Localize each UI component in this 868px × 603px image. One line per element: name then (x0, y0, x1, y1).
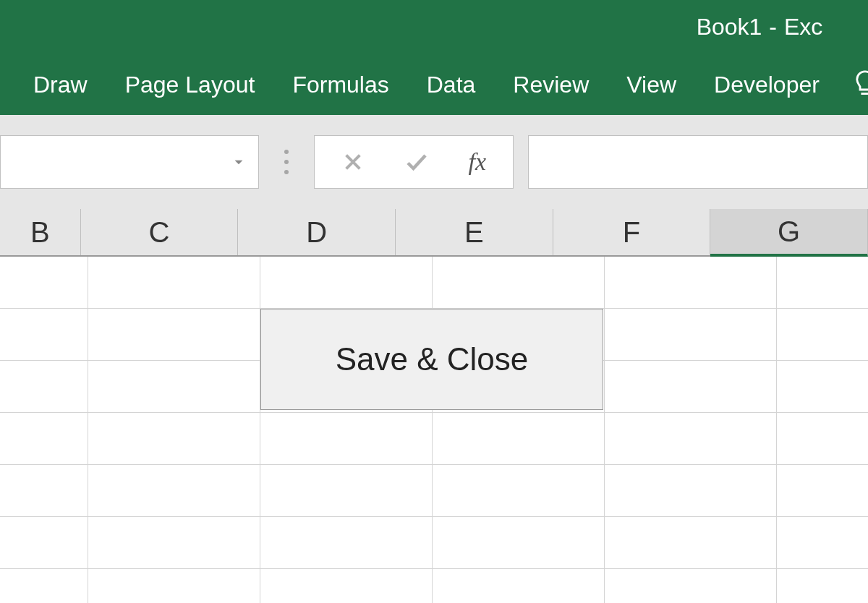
cell[interactable] (777, 361, 868, 413)
title-separator: - (769, 14, 777, 40)
chevron-down-icon[interactable] (229, 153, 248, 171)
workbook-name: Book1 (697, 14, 762, 40)
cell[interactable] (433, 517, 605, 569)
cancel-icon[interactable] (341, 150, 365, 174)
cell[interactable] (88, 257, 260, 309)
tab-developer[interactable]: Developer (695, 64, 838, 106)
column-header-d[interactable]: D (238, 209, 396, 255)
tab-draw[interactable]: Draw (14, 64, 106, 106)
cell[interactable] (88, 309, 260, 361)
name-box[interactable] (0, 135, 259, 189)
formula-input[interactable] (528, 135, 868, 189)
grid-row (0, 517, 868, 569)
cell[interactable] (605, 361, 777, 413)
ribbon-tabs: Draw Page Layout Formulas Data Review Vi… (0, 54, 868, 115)
grid-row (0, 413, 868, 465)
cell[interactable] (0, 569, 88, 603)
cell[interactable] (88, 465, 260, 517)
cell[interactable] (433, 465, 605, 517)
cell[interactable] (433, 257, 605, 309)
cell[interactable] (88, 361, 260, 413)
tab-formulas[interactable]: Formulas (273, 64, 407, 106)
save-and-close-label: Save & Close (336, 341, 529, 377)
cell[interactable] (777, 517, 868, 569)
cell[interactable] (88, 569, 260, 603)
tab-data[interactable]: Data (408, 64, 495, 106)
column-header-f[interactable]: F (553, 209, 711, 255)
cell[interactable] (777, 465, 868, 517)
cell[interactable] (0, 361, 88, 413)
cell[interactable] (777, 257, 868, 309)
tell-me[interactable]: T (838, 69, 868, 100)
tab-page-layout[interactable]: Page Layout (106, 64, 274, 106)
cell[interactable] (433, 413, 605, 465)
cell[interactable] (605, 517, 777, 569)
formula-controls: fx (314, 135, 514, 189)
enter-icon[interactable] (404, 149, 430, 175)
column-header-b[interactable]: B (0, 209, 81, 255)
cell[interactable] (777, 569, 868, 603)
cell[interactable] (0, 257, 88, 309)
cell[interactable] (88, 517, 260, 569)
cell[interactable] (605, 465, 777, 517)
cell[interactable] (0, 309, 88, 361)
spreadsheet-grid: Save & Close (0, 257, 868, 603)
drag-handle-icon[interactable] (273, 135, 299, 189)
cell[interactable] (605, 413, 777, 465)
cell[interactable] (260, 517, 433, 569)
cell[interactable] (777, 413, 868, 465)
cell[interactable] (0, 413, 88, 465)
save-and-close-button[interactable]: Save & Close (260, 309, 603, 410)
grid-row (0, 465, 868, 517)
cell[interactable] (0, 465, 88, 517)
tab-review[interactable]: Review (494, 64, 608, 106)
cell[interactable] (260, 257, 433, 309)
title-bar: Book1 - Exc (0, 0, 868, 54)
cell[interactable] (260, 413, 433, 465)
app-name: Exc (784, 14, 822, 40)
formula-bar: fx (0, 115, 868, 209)
cell[interactable] (605, 569, 777, 603)
cell[interactable] (260, 569, 433, 603)
column-header-g[interactable]: G (710, 209, 868, 257)
cell[interactable] (777, 309, 868, 361)
column-header-c[interactable]: C (81, 209, 239, 255)
tab-view[interactable]: View (608, 64, 695, 106)
grid-row (0, 569, 868, 603)
cell[interactable] (260, 465, 433, 517)
lightbulb-icon (853, 69, 868, 100)
grid-row (0, 257, 868, 309)
cell[interactable] (605, 257, 777, 309)
cell[interactable] (605, 309, 777, 361)
column-header-e[interactable]: E (396, 209, 553, 255)
cell[interactable] (0, 517, 88, 569)
cell[interactable] (433, 569, 605, 603)
cell[interactable] (88, 413, 260, 465)
fx-label[interactable]: fx (469, 148, 487, 176)
column-headers: B C D E F G (0, 209, 868, 257)
